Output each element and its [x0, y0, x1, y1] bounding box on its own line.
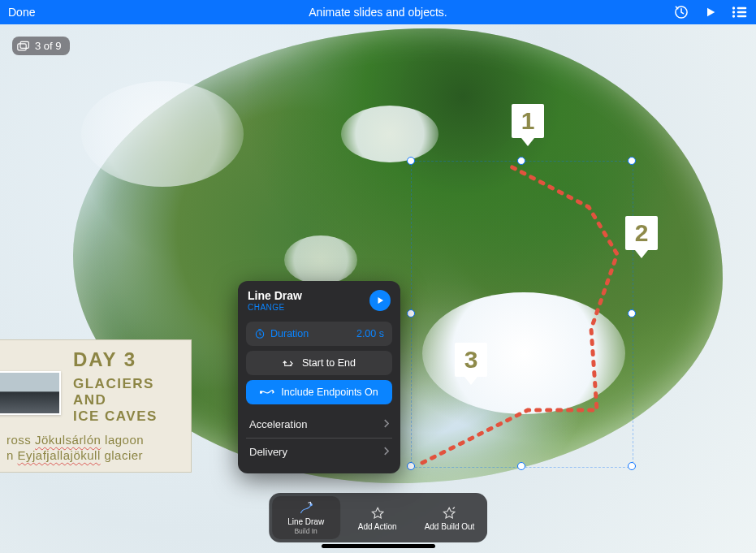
- build-out-icon: [442, 506, 458, 521]
- direction-icon: [283, 358, 296, 368]
- add-build-out-button[interactable]: Add Build Out: [415, 496, 485, 539]
- day-title: DAY 3: [73, 348, 181, 371]
- chevron-right-icon: [383, 446, 389, 458]
- direction-button[interactable]: Start to End: [246, 351, 392, 375]
- selection-handle[interactable]: [517, 157, 525, 165]
- duration-row[interactable]: Duration 2.00 s: [246, 322, 392, 346]
- selection-handle[interactable]: [628, 309, 636, 318]
- build-in-button[interactable]: Line Draw Build In: [272, 496, 340, 539]
- change-effect-button[interactable]: CHANGE: [248, 303, 302, 312]
- line-draw-icon: [298, 501, 314, 516]
- day-line-1: ross Jökulsárlón lagoon: [6, 433, 181, 447]
- done-button[interactable]: Done: [8, 6, 35, 19]
- svg-rect-8: [18, 43, 26, 50]
- selection-handle[interactable]: [407, 462, 415, 470]
- pin-label: 1: [512, 104, 544, 138]
- selection-handle[interactable]: [628, 157, 636, 165]
- slide-counter[interactable]: 3 of 9: [12, 37, 70, 55]
- animation-panel: Line Draw CHANGE Duration 2.00 s Start t…: [238, 281, 400, 473]
- undo-icon[interactable]: [673, 4, 689, 20]
- top-toolbar: Done Animate slides and objects.: [0, 0, 756, 24]
- svg-rect-5: [737, 11, 747, 14]
- svg-rect-7: [737, 15, 747, 18]
- slide-canvas[interactable]: 3 of 9 1 2 3 DAY 3 GLACIERS AND ICE CAVE…: [0, 24, 756, 553]
- svg-rect-3: [737, 7, 747, 10]
- delivery-row[interactable]: Delivery: [246, 438, 392, 465]
- list-icon[interactable]: [732, 6, 748, 19]
- map-pin-2[interactable]: 2: [625, 216, 658, 258]
- add-action-button[interactable]: Add Action: [343, 496, 412, 539]
- selection-handle[interactable]: [628, 462, 636, 470]
- svg-rect-9: [20, 41, 28, 48]
- selection-handle[interactable]: [517, 462, 525, 470]
- pin-label: 2: [625, 216, 658, 250]
- acceleration-row[interactable]: Acceleration: [246, 411, 392, 438]
- day-thumbnail: [0, 371, 61, 415]
- action-icon: [369, 506, 386, 521]
- animation-toolbar: Line Draw Build In Add Action Add Build …: [269, 493, 488, 542]
- svg-marker-1: [707, 8, 715, 17]
- slide-counter-text: 3 of 9: [35, 40, 62, 52]
- svg-point-4: [732, 11, 735, 13]
- duration-value: 2.00 s: [356, 328, 384, 339]
- map-pin-1[interactable]: 1: [512, 104, 544, 146]
- endpoints-button[interactable]: Include Endpoints On: [246, 380, 392, 404]
- clock-icon: [254, 328, 266, 339]
- endpoints-icon: [260, 387, 274, 397]
- toolbar-title: Animate slides and objects.: [309, 6, 447, 19]
- pin-label: 3: [455, 343, 487, 377]
- svg-marker-10: [378, 297, 384, 304]
- map-pin-3[interactable]: 3: [455, 343, 487, 385]
- preview-play-button[interactable]: [369, 290, 391, 311]
- play-icon[interactable]: [704, 6, 717, 19]
- day-line-2: n Eyjafjallajökull glacier: [6, 448, 181, 462]
- svg-point-6: [732, 15, 735, 17]
- selection-handle[interactable]: [407, 157, 415, 165]
- selection-handle[interactable]: [407, 309, 415, 318]
- chevron-right-icon: [383, 418, 389, 430]
- home-indicator: [322, 544, 435, 548]
- svg-point-2: [732, 6, 735, 9]
- day-info-card[interactable]: DAY 3 GLACIERS AND ICE CAVES ross Jökuls…: [0, 339, 192, 473]
- svg-point-12: [260, 391, 262, 394]
- day-subtitle: GLACIERS AND ICE CAVES: [73, 376, 181, 425]
- panel-title: Line Draw: [248, 289, 302, 302]
